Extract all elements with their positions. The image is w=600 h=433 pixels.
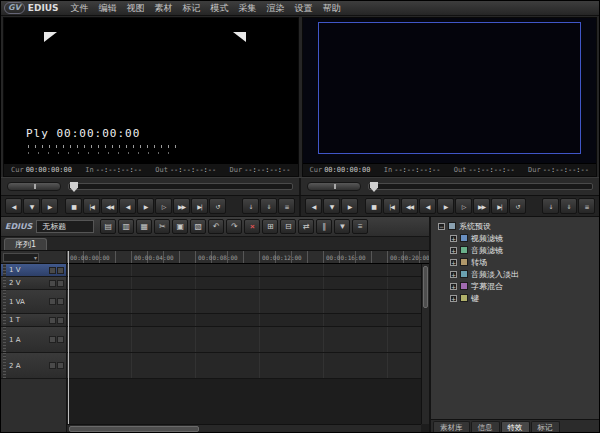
redo-button[interactable]: ↷ (226, 219, 242, 234)
recorder-seekbar[interactable] (368, 183, 593, 190)
timeline-canvas[interactable]: 00:00:00:00 00:00:04:00 00:00:08:00 00:0… (67, 251, 429, 433)
insert-to-timeline-button[interactable]: ↓ (542, 198, 559, 214)
overwrite-mode-button[interactable]: ⊟ (280, 219, 296, 234)
track-lane-1a[interactable] (67, 327, 429, 353)
track-header-1t[interactable]: 1 T (1, 314, 66, 327)
jump-to-out-button[interactable]: ▶ (341, 198, 358, 214)
track-lock-icon[interactable] (57, 362, 64, 369)
horizontal-scroll-thumb[interactable] (69, 426, 199, 432)
copy-button[interactable]: ▣ (172, 219, 188, 234)
tree-item-audio-filters[interactable]: + 音频滤镜 (431, 244, 599, 256)
timescale-control[interactable]: ▾ (1, 251, 66, 264)
track-lane-2a[interactable] (67, 353, 429, 379)
tab-effects[interactable]: 特效 (501, 421, 530, 433)
stop-button[interactable]: ■ (365, 198, 382, 214)
jump-to-in-button[interactable]: ◀ (305, 198, 322, 214)
export-button[interactable]: ≡ (278, 198, 295, 214)
tab-bin[interactable]: 素材库 (433, 421, 470, 433)
rewind-button[interactable]: ◀◀ (101, 198, 118, 214)
fast-forward-button[interactable]: ▶▶ (173, 198, 190, 214)
rewind-button[interactable]: ◀◀ (401, 198, 418, 214)
menu-help[interactable]: 帮助 (318, 2, 346, 15)
undo-button[interactable]: ↶ (208, 219, 224, 234)
tree-item-audio-crossfade[interactable]: + 音频淡入淡出 (431, 268, 599, 280)
loop-play-button[interactable]: ↺ (209, 198, 226, 214)
next-edit-button[interactable]: ▶| (491, 198, 508, 214)
cut-button[interactable]: ✂ (154, 219, 170, 234)
next-edit-button[interactable]: ▶| (191, 198, 208, 214)
track-header-2v[interactable]: 2 V (1, 277, 66, 290)
expand-icon[interactable]: + (450, 235, 457, 242)
sequence-tab-1[interactable]: 序列1 (4, 238, 47, 250)
save-project-button[interactable]: ▦ (136, 219, 152, 234)
track-mute-icon[interactable] (49, 336, 56, 343)
new-sequence-button[interactable]: ▤ (100, 219, 116, 234)
horizontal-scrollbar[interactable] (67, 424, 421, 433)
menu-settings[interactable]: 设置 (290, 2, 318, 15)
track-header-1v[interactable]: 1 V (1, 264, 66, 277)
export-button[interactable]: ≡ (578, 198, 595, 214)
track-mute-icon[interactable] (49, 280, 56, 287)
tab-information[interactable]: 信息 (471, 421, 500, 433)
jump-to-out-button[interactable]: ▶ (41, 198, 58, 214)
tree-item-title-mixer[interactable]: + 字幕混合 (431, 280, 599, 292)
tree-item-key[interactable]: + 键 (431, 292, 599, 304)
overwrite-to-timeline-button[interactable]: ⇓ (560, 198, 577, 214)
jump-to-in-button[interactable]: ◀ (5, 198, 22, 214)
track-mute-icon[interactable] (49, 267, 56, 274)
menu-edit[interactable]: 编辑 (94, 2, 122, 15)
tab-marker[interactable]: 标记 (531, 421, 560, 433)
track-mute-icon[interactable] (49, 317, 56, 324)
paste-button[interactable]: ▧ (190, 219, 206, 234)
play-around-button[interactable]: ▷ (455, 198, 472, 214)
play-around-button[interactable]: ▷ (155, 198, 172, 214)
delete-button[interactable]: × (244, 219, 260, 234)
fast-forward-button[interactable]: ▶▶ (473, 198, 490, 214)
add-marker-button[interactable]: ▼ (323, 198, 340, 214)
add-marker-button[interactable]: ▼ (23, 198, 40, 214)
menu-clip[interactable]: 素材 (150, 2, 178, 15)
menu-mode[interactable]: 模式 (206, 2, 234, 15)
tree-item-video-filters[interactable]: + 视频滤镜 (431, 232, 599, 244)
playhead[interactable] (68, 251, 69, 424)
expand-icon[interactable]: + (450, 247, 457, 254)
menu-view[interactable]: 视图 (122, 2, 150, 15)
overwrite-to-timeline-button[interactable]: ⇓ (260, 198, 277, 214)
marker-button[interactable]: ▼ (334, 219, 350, 234)
tree-item-system-presets[interactable]: − 系统预设 (431, 220, 599, 232)
expand-icon[interactable]: + (450, 271, 457, 278)
recorder-jog-slider[interactable] (307, 182, 361, 191)
track-mute-icon[interactable] (49, 362, 56, 369)
collapse-icon[interactable]: − (438, 223, 445, 230)
track-lane-1t[interactable] (67, 314, 429, 327)
timeline-ruler[interactable]: 00:00:00:00 00:00:04:00 00:00:08:00 00:0… (67, 251, 429, 264)
track-lane-2v[interactable] (67, 277, 429, 290)
open-project-button[interactable]: ▥ (118, 219, 134, 234)
step-back-button[interactable]: ◀ (419, 198, 436, 214)
player-seekbar[interactable] (68, 183, 293, 190)
track-header-2a[interactable]: 2 A (1, 353, 66, 379)
toolbar-settings-button[interactable]: ≡ (352, 219, 368, 234)
step-back-button[interactable]: ◀ (119, 198, 136, 214)
tree-item-transitions[interactable]: + 转场 (431, 256, 599, 268)
player-seek-handle[interactable] (70, 182, 78, 192)
previous-edit-button[interactable]: |◀ (383, 198, 400, 214)
track-lock-icon[interactable] (57, 298, 64, 305)
insert-to-timeline-button[interactable]: ↓ (242, 198, 259, 214)
menu-capture[interactable]: 采集 (234, 2, 262, 15)
track-lock-icon[interactable] (57, 336, 64, 343)
expand-icon[interactable]: + (450, 295, 457, 302)
timescale-dropdown[interactable]: ▾ (3, 253, 39, 262)
expand-icon[interactable]: + (450, 259, 457, 266)
play-button[interactable]: ▶ (137, 198, 154, 214)
track-header-1va[interactable]: 1 VA (1, 290, 66, 314)
insert-mode-button[interactable]: ⊞ (262, 219, 278, 234)
track-mute-icon[interactable] (49, 298, 56, 305)
track-lock-icon[interactable] (57, 280, 64, 287)
menu-file[interactable]: 文件 (66, 2, 94, 15)
vertical-scroll-thumb[interactable] (423, 266, 428, 308)
loop-play-button[interactable]: ↺ (509, 198, 526, 214)
player-jog-slider[interactable] (7, 182, 61, 191)
track-lane-1v[interactable] (67, 264, 429, 277)
sync-mode-button[interactable]: ⇄ (298, 219, 314, 234)
